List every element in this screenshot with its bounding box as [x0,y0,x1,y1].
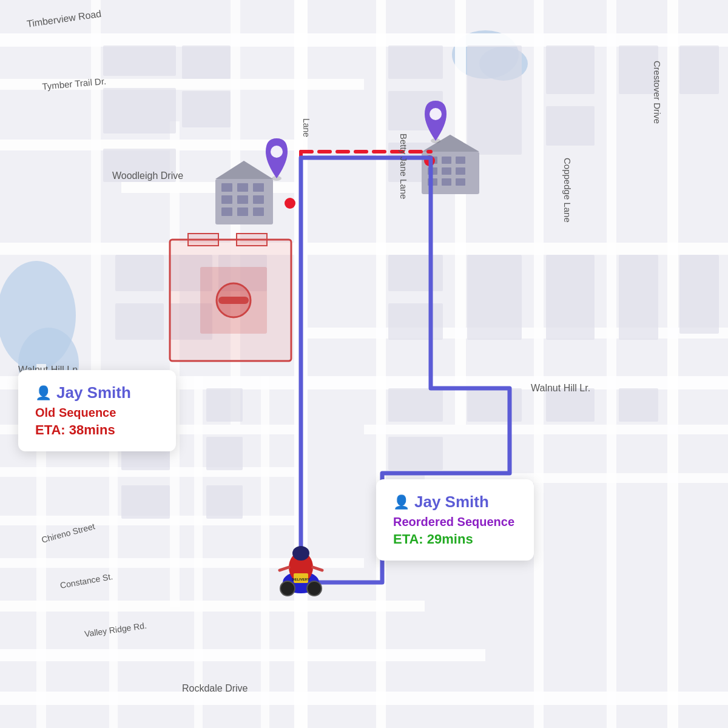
svg-point-108 [292,546,309,561]
svg-point-111 [280,581,295,596]
svg-text:Walnut Hill Lr.: Walnut Hill Lr. [531,383,590,393]
svg-rect-46 [467,46,522,155]
svg-rect-48 [546,106,595,146]
svg-rect-50 [679,46,719,94]
svg-rect-58 [388,437,443,470]
svg-rect-54 [546,255,595,340]
svg-rect-90 [456,157,465,164]
delivery-person: DELIVERY [280,546,322,596]
svg-rect-92 [442,167,451,175]
svg-rect-78 [237,183,248,192]
svg-rect-37 [182,91,231,127]
svg-point-103 [430,108,442,120]
svg-point-98 [285,198,295,209]
svg-rect-7 [121,182,303,193]
svg-rect-21 [91,0,101,425]
svg-rect-66 [206,437,243,470]
svg-rect-60 [546,388,595,422]
svg-rect-55 [619,255,658,340]
svg-rect-81 [237,195,248,204]
svg-text:Lane: Lane [302,118,311,137]
svg-rect-26 [534,0,544,728]
svg-text:Timberview Road: Timberview Road [26,8,102,29]
svg-rect-71 [188,234,218,246]
svg-rect-83 [221,207,232,216]
svg-rect-65 [206,388,243,422]
new-driver-icon: 👤 [393,494,410,510]
svg-rect-41 [115,303,164,340]
svg-text:Rockdale Drive: Rockdale Drive [182,683,248,693]
map-svg: DELIVERY Timberview Road Tymber Trail Dr… [0,0,728,728]
svg-text:Woodleigh Drive: Woodleigh Drive [112,170,183,181]
svg-rect-4 [0,33,728,47]
svg-rect-32 [261,376,269,728]
svg-rect-16 [0,649,485,661]
svg-rect-10 [0,243,728,255]
svg-marker-86 [215,161,273,179]
svg-rect-22 [170,121,180,607]
old-driver-icon: 👤 [35,385,52,401]
svg-rect-84 [237,207,248,216]
svg-rect-61 [619,388,658,422]
svg-rect-85 [253,207,264,216]
new-driver-name: 👤 Jay Smith [393,493,517,511]
old-eta-label: ETA: 38mins [35,422,159,438]
svg-text:Betty Jane Lane: Betty Jane Lane [399,133,409,199]
new-route-card: 👤 Jay Smith Reordered Sequence ETA: 29mi… [376,479,534,561]
new-eta-label: ETA: 29mins [393,531,517,547]
svg-rect-15 [0,601,425,612]
old-route-card: 👤 Jay Smith Old Sequence ETA: 38mins [18,370,176,451]
svg-rect-53 [467,255,522,340]
svg-rect-95 [442,178,451,186]
svg-rect-64 [121,485,170,519]
svg-text:DELIVERY: DELIVERY [292,578,310,581]
svg-rect-47 [546,46,595,94]
svg-rect-59 [467,388,522,422]
svg-rect-80 [221,195,232,204]
svg-rect-31 [194,376,203,728]
svg-point-101 [271,146,283,158]
new-sequence-label: Reordered Sequence [393,515,517,529]
svg-rect-77 [221,183,232,192]
svg-rect-93 [456,167,465,175]
map-container: DELIVERY Timberview Road Tymber Trail Dr… [0,0,728,728]
svg-rect-27 [607,0,616,728]
svg-rect-89 [442,157,451,164]
svg-text:Constance St.: Constance St. [59,571,113,590]
svg-rect-38 [115,255,164,291]
svg-rect-34 [103,88,176,133]
old-driver-name: 👤 Jay Smith [35,383,159,402]
svg-rect-56 [679,255,719,334]
svg-rect-75 [218,297,249,304]
svg-rect-28 [667,0,678,728]
svg-rect-57 [388,388,443,422]
svg-rect-79 [253,183,264,192]
svg-rect-24 [376,0,386,728]
svg-rect-67 [206,485,243,519]
svg-text:Coppedge Lane: Coppedge Lane [562,158,573,223]
svg-rect-43 [388,46,443,79]
svg-rect-72 [237,234,267,246]
svg-rect-82 [253,195,264,204]
svg-rect-25 [455,0,466,425]
svg-text:Crestover Drive: Crestover Drive [652,61,662,124]
old-sequence-label: Old Sequence [35,406,159,420]
svg-rect-33 [103,46,176,76]
svg-point-112 [307,581,322,596]
svg-rect-96 [456,178,465,186]
svg-rect-36 [182,46,231,79]
svg-rect-52 [388,303,443,340]
svg-rect-51 [388,255,443,291]
